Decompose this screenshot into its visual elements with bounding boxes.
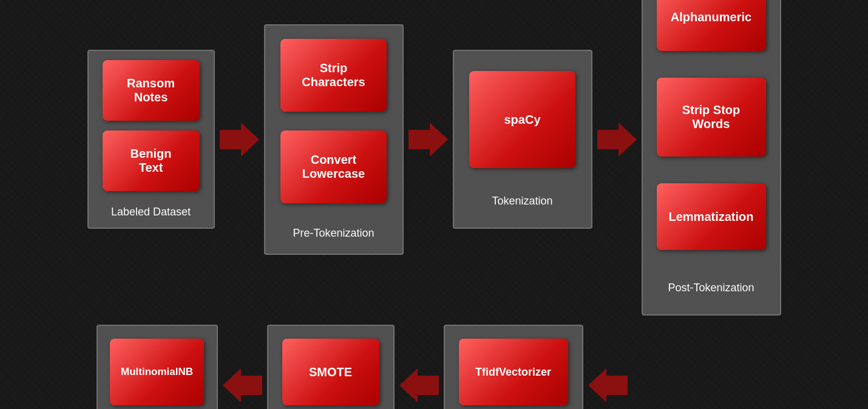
arrow-right-1 <box>220 123 259 157</box>
spacy-box: spaCy <box>469 71 575 168</box>
strip-characters-label: StripCharacters <box>302 61 365 89</box>
lemmatization-label: Lemmatization <box>668 210 753 224</box>
svg-marker-3 <box>223 368 262 402</box>
strip-stop-words-label: Strip StopWords <box>682 103 741 131</box>
arrow-left-icon-3 <box>588 368 628 402</box>
panel-training: MultinomialNB Training <box>97 325 218 410</box>
benign-text-box: BenignText <box>103 130 200 191</box>
spacy-label: spaCy <box>504 113 540 127</box>
panel-labeled-dataset: Ransom Notes BenignText Labeled Dataset <box>87 50 215 229</box>
top-row: Ransom Notes BenignText Labeled Dataset … <box>87 0 781 316</box>
arrow-left-icon-1 <box>223 368 262 402</box>
alphanumeric-label: Alphanumeric <box>671 10 751 24</box>
arrow-right-2 <box>409 123 448 157</box>
strip-characters-box: StripCharacters <box>280 39 387 112</box>
tfidf-box: TfidfVectorizer <box>459 339 568 405</box>
smote-box: SMOTE <box>282 339 379 405</box>
arrow-left-1 <box>223 368 262 402</box>
arrow-right-icon-1 <box>220 123 259 157</box>
bottom-row: MultinomialNB Training SMOTE Dataset Bal… <box>97 325 772 410</box>
convert-lowercase-label: ConvertLowercase <box>302 153 365 181</box>
panel-vectorization: TfidfVectorizer Vectorization <box>444 325 583 410</box>
svg-marker-0 <box>220 123 259 157</box>
alphanumeric-box: Alphanumeric <box>657 0 766 51</box>
lemmatization-box: Lemmatization <box>657 183 766 250</box>
pre-tokenization-label: Pre-Tokenization <box>293 227 374 240</box>
svg-marker-4 <box>399 368 439 402</box>
tokenization-label: Tokenization <box>492 195 552 208</box>
arrow-left-2 <box>399 368 439 402</box>
ransom-notes-label: Ransom Notes <box>109 76 194 104</box>
convert-lowercase-box: ConvertLowercase <box>280 130 387 203</box>
arrow-left-icon-2 <box>399 368 439 402</box>
svg-marker-1 <box>409 123 448 157</box>
panel-dataset-balance: SMOTE Dataset Balance <box>267 325 395 410</box>
benign-text-label: BenignText <box>131 147 172 175</box>
panel-tokenization: spaCy Tokenization <box>453 50 592 229</box>
post-tokenization-label: Post-Tokenization <box>668 282 754 294</box>
strip-stop-words-box: Strip StopWords <box>657 78 766 157</box>
arrow-right-icon-2 <box>409 123 448 157</box>
arrow-left-3 <box>588 368 628 402</box>
ransom-notes-box: Ransom Notes <box>103 60 200 121</box>
svg-marker-5 <box>588 368 628 402</box>
arrow-right-3 <box>597 123 637 157</box>
tfidf-label: TfidfVectorizer <box>475 366 551 379</box>
smote-label: SMOTE <box>309 365 352 379</box>
svg-marker-2 <box>597 123 637 157</box>
panel-pre-tokenization: StripCharacters ConvertLowercase Pre-Tok… <box>264 24 404 255</box>
multinomialnb-box: MultinomialNB <box>110 339 204 405</box>
panel-post-tokenization: Alphanumeric Strip StopWords Lemmatizati… <box>642 0 781 316</box>
multinomialnb-label: MultinomialNB <box>121 366 193 378</box>
diagram: Ransom Notes BenignText Labeled Dataset … <box>0 0 868 409</box>
arrow-right-icon-3 <box>597 123 637 157</box>
labeled-dataset-label: Labeled Dataset <box>111 206 191 218</box>
